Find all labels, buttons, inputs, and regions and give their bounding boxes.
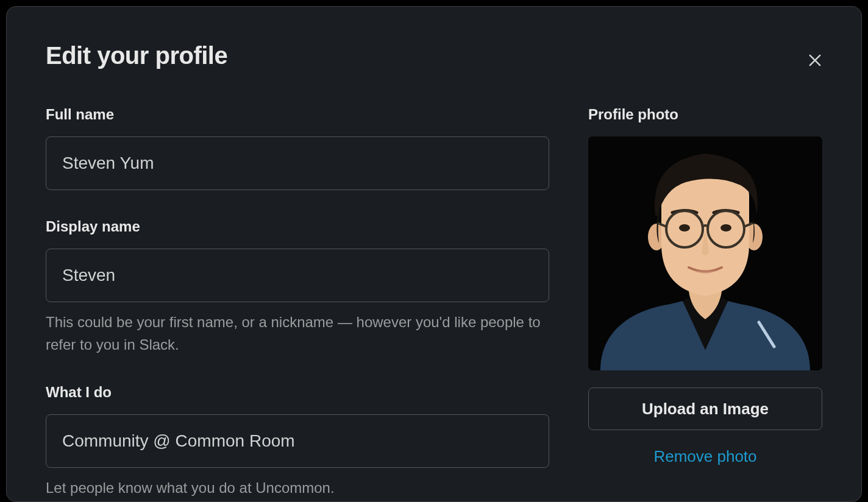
what-i-do-input[interactable] [46, 414, 549, 468]
profile-photo [588, 136, 822, 370]
modal-title: Edit your profile [46, 42, 227, 69]
modal-body: Full name Display name This could be you… [46, 106, 822, 500]
what-i-do-label: What I do [46, 384, 549, 401]
close-icon [806, 52, 824, 69]
what-i-do-help: Let people know what you do at Uncommon. [46, 476, 549, 499]
form-column: Full name Display name This could be you… [46, 106, 549, 500]
profile-photo-label: Profile photo [588, 106, 822, 123]
remove-photo-button[interactable]: Remove photo [588, 447, 822, 466]
display-name-group: Display name This could be your first na… [46, 218, 549, 356]
full-name-label: Full name [46, 106, 549, 123]
full-name-input[interactable] [46, 136, 549, 190]
display-name-input[interactable] [46, 249, 549, 302]
svg-point-8 [720, 224, 731, 232]
display-name-label: Display name [46, 218, 549, 235]
edit-profile-modal: Edit your profile Full name Display name… [6, 6, 862, 502]
photo-column: Profile photo [588, 106, 822, 500]
display-name-help: This could be your first name, or a nick… [46, 311, 549, 356]
full-name-group: Full name [46, 106, 549, 190]
modal-header: Edit your profile [46, 42, 822, 74]
what-i-do-group: What I do Let people know what you do at… [46, 384, 549, 499]
upload-image-button[interactable]: Upload an Image [588, 387, 822, 430]
svg-point-7 [679, 224, 690, 232]
close-button[interactable] [803, 48, 827, 74]
avatar-icon [588, 136, 822, 370]
